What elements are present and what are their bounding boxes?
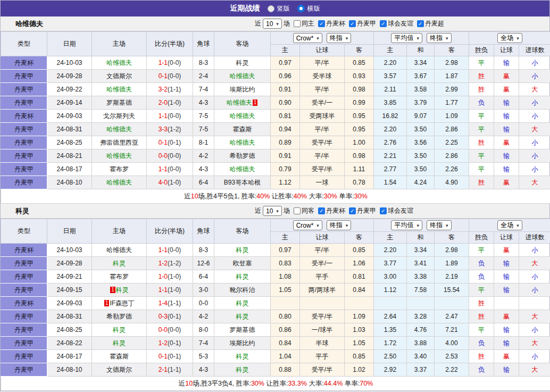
full-time-score: 1-2 <box>159 260 168 267</box>
cell-corners: 7-4 <box>193 337 214 350</box>
match-row: 丹麦甲24-09-14罗斯基德2-0(1-0)4-3哈维德夫10.90受半/一0… <box>1 96 550 110</box>
checkbox-label: 丹麦杯 <box>326 206 345 215</box>
cell-goals-result: 大 <box>519 176 550 189</box>
cell-handicap: 一/球半 <box>300 323 345 337</box>
same-venue-checkbox[interactable]: 同主 <box>294 19 314 28</box>
average-group-header: 平均值▾终指▾ <box>374 32 469 45</box>
recent-results-widget: 近期战绩 竖版 横版 哈维德夫近10▾场同主✓丹麦杯✓丹麦甲✓球会友谊✓丹麦超类… <box>0 0 550 391</box>
cell-home-team: 哈维德夫 <box>92 176 147 189</box>
cell-handicap-result: 赢 <box>494 310 519 323</box>
league-checkbox-1[interactable]: ✓丹麦甲 <box>349 19 376 28</box>
cell-score: 0-1(0-1) <box>147 136 193 149</box>
cell-odds-home: 0.83 <box>271 257 300 270</box>
cell-handicap-result: 输 <box>494 283 519 297</box>
league-checkbox-2[interactable]: ✓球会友谊 <box>380 206 413 215</box>
match-row: 丹麦杯24-09-031IF森恩丁1-4(1-1)0-0科灵胜 <box>1 297 550 310</box>
result-value: 胜 <box>478 313 485 320</box>
radio-horizontal-icon[interactable] <box>297 5 305 12</box>
summary-part: 10 <box>191 193 198 200</box>
full-time-score: 1-1 <box>159 246 168 254</box>
full-time-score: 2-0 <box>159 99 168 106</box>
title-bar: 近期战绩 竖版 横版 <box>1 1 549 16</box>
result-value: 负 <box>478 260 485 267</box>
cell-handicap: 受平/半 <box>300 163 345 176</box>
fulltime-select[interactable]: 全场▾ <box>497 33 522 43</box>
average-stage-select[interactable]: 终指▾ <box>427 33 452 43</box>
summary-part: 40% <box>294 193 307 200</box>
result-value: 胜 <box>478 72 485 80</box>
average-select[interactable]: 平均值▾ <box>391 33 422 43</box>
cell-away-team: 科灵 <box>214 350 271 363</box>
average-stage-select[interactable]: 终指▾ <box>427 220 452 230</box>
matches-table: 类型日期主场比分(半场)角球客场Crow*▾终指▾平均值▾终指▾全场▾主让球客主… <box>1 219 550 391</box>
summary-part: 近 <box>184 193 191 200</box>
radio-vertical-icon[interactable] <box>268 5 274 12</box>
league-checkbox-3[interactable]: ✓丹麦超 <box>417 19 444 28</box>
cell-home-team: 1IF森恩丁 <box>92 297 147 310</box>
home-team-name: 科灵 <box>113 339 126 347</box>
checkbox-icon[interactable]: ✓ <box>380 207 387 214</box>
recent-count-select[interactable]: 10▾ <box>263 19 282 29</box>
league-checkbox-1[interactable]: ✓丹麦甲 <box>349 206 376 215</box>
cell-avg-home: 2.92 <box>374 363 407 377</box>
cell-home-team: 哈维德夫 <box>92 83 147 96</box>
layout-radio-horizontal[interactable]: 横版 <box>297 4 320 13</box>
bookmaker-select[interactable]: Crow*▾ <box>293 220 322 230</box>
same-venue-checkbox[interactable]: 同客 <box>294 206 314 215</box>
away-team-name: 科灵 <box>236 313 249 320</box>
cell-corners: 4-3 <box>193 163 214 176</box>
summary-part: 10 <box>185 380 193 387</box>
cell-corners: 0-0 <box>193 297 214 310</box>
checkbox-icon[interactable]: ✓ <box>318 207 325 214</box>
checkbox-icon[interactable] <box>294 207 301 214</box>
result-value: 平 <box>478 165 485 173</box>
cell-goals-result: 小 <box>519 283 550 297</box>
column-header-4: 角球 <box>193 219 214 244</box>
odds-stage-select[interactable]: 终指▾ <box>327 220 352 230</box>
cell-odds-away: 0.98 <box>345 83 374 96</box>
summary-part: 近 <box>179 380 186 387</box>
checkbox-icon[interactable]: ✓ <box>380 20 387 27</box>
summary-part: 44.4% <box>324 380 343 387</box>
home-team-name: 文德斯尔 <box>106 72 132 80</box>
section-control-bar: 科灵近10▾场同客✓丹麦杯✓丹麦甲✓球会友谊 <box>1 204 549 219</box>
recent-count-select[interactable]: 10▾ <box>263 206 282 216</box>
checkbox-icon[interactable] <box>294 20 301 27</box>
select-value: 10 <box>266 207 273 215</box>
half-time-score: (0-0) <box>168 152 181 160</box>
checkbox-icon[interactable]: ✓ <box>349 20 356 27</box>
bookmaker-select[interactable]: Crow*▾ <box>293 33 322 43</box>
league-checkbox-0[interactable]: ✓丹麦杯 <box>318 19 345 28</box>
odds-stage-select[interactable]: 终指▾ <box>327 33 352 43</box>
full-time-score: 4-0 <box>159 179 168 186</box>
summary-part: 30% <box>324 193 337 200</box>
fulltime-select[interactable]: 全场▾ <box>497 220 522 230</box>
checkbox-label: 同客 <box>302 206 314 215</box>
cell-goals-result: 大 <box>519 83 550 96</box>
goals-result-value: 小 <box>532 326 538 333</box>
result-value: 负 <box>478 366 485 373</box>
league-checkbox-2[interactable]: ✓球会友谊 <box>380 19 413 28</box>
home-team-name: 罗斯基德 <box>106 99 132 106</box>
cell-avg-home: 2.20 <box>374 123 407 136</box>
cell-avg-away: 2.86 <box>435 123 469 136</box>
cell-handicap-result: 赢 <box>494 176 519 189</box>
layout-radio-vertical[interactable]: 竖版 <box>268 4 290 13</box>
away-team-name: 罗斯基德 <box>230 326 255 333</box>
cell-avg-draw: 3.34 <box>407 56 435 70</box>
cell-away-team: 科灵 <box>214 310 271 323</box>
cell-avg-away: 2.86 <box>435 149 469 163</box>
away-team-name: 埃斯比约 <box>230 339 255 347</box>
cell-score: 3-2(1-1) <box>147 83 193 96</box>
cell-date: 24-09-28 <box>47 70 92 83</box>
column-header-2: 主场 <box>92 219 147 244</box>
league-checkbox-0[interactable]: ✓丹麦杯 <box>318 206 345 215</box>
checkbox-icon[interactable]: ✓ <box>349 207 356 214</box>
checkbox-icon[interactable]: ✓ <box>318 20 325 27</box>
half-time-score: (0-0) <box>168 326 181 333</box>
cell-league-type: 丹麦甲 <box>1 83 47 96</box>
cell-home-team: 哈维德夫 <box>92 56 147 70</box>
half-time-score: (0-1) <box>168 353 181 360</box>
average-select[interactable]: 平均值▾ <box>391 220 422 230</box>
checkbox-icon[interactable]: ✓ <box>417 20 424 27</box>
